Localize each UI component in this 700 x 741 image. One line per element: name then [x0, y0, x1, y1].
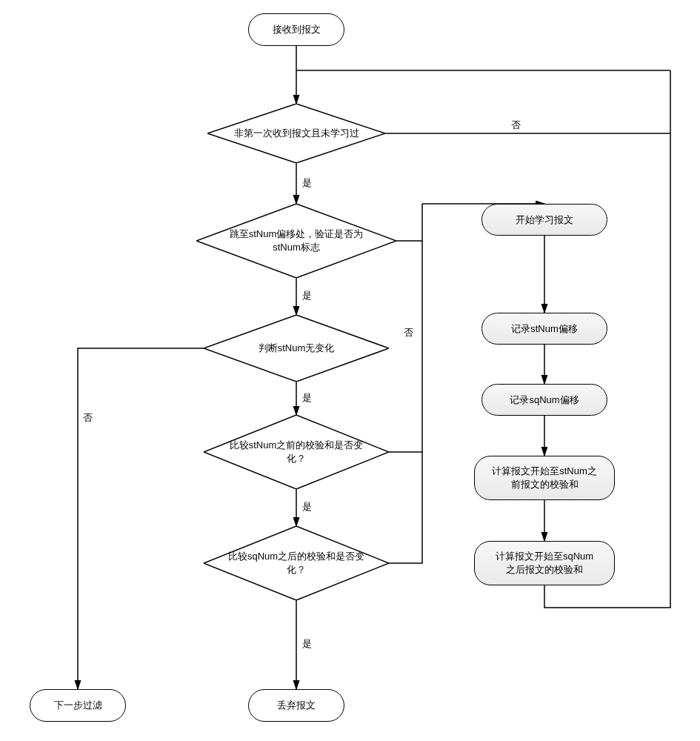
p2-label: 记录stNum偏移 — [511, 322, 578, 336]
d5-label: 比较sqNum之后的校验和是否变 化？ — [228, 550, 364, 576]
endDrop-label: 丢弃报文 — [277, 699, 316, 712]
p3-label: 记录sqNum偏移 — [510, 393, 579, 407]
decision-stnum-offset: 跳至stNum偏移处，验证是否为 stNum标志 — [196, 204, 396, 278]
p1-label: 开始学习报文 — [516, 213, 573, 227]
process-record-sqnum-offset: 记录sqNum偏移 — [481, 384, 607, 416]
d1-label: 非第一次收到报文且未学习过 — [234, 127, 359, 140]
process-start-learning: 开始学习报文 — [481, 204, 607, 236]
d3-no-label: 否 — [83, 411, 93, 425]
decision-checksum-after: 比较sqNum之后的校验和是否变 化？ — [204, 526, 389, 600]
process-record-stnum-offset: 记录stNum偏移 — [481, 313, 607, 345]
d4-yes-label: 是 — [302, 500, 312, 514]
d4-label: 比较stNum之前的校验和是否变 化？ — [230, 439, 364, 465]
p4-label: 计算报文开始至stNum之 前报文的校验和 — [492, 465, 597, 491]
flowchart-canvas: 接收到报文 非第一次收到报文且未学习过 跳至stNum偏移处，验证是否为 stN… — [0, 0, 700, 741]
d2-no-label: 否 — [404, 326, 413, 339]
p5-label: 计算报文开始至sqNum 之后报文的校验和 — [496, 550, 593, 576]
d3-yes-label: 是 — [302, 391, 312, 405]
process-calc-checksum-after: 计算报文开始至sqNum 之后报文的校验和 — [474, 541, 615, 585]
end-next-filter: 下一步过滤 — [30, 689, 126, 722]
start-label: 接收到报文 — [273, 23, 321, 36]
decision-checksum-before: 比较stNum之前的校验和是否变 化？ — [204, 415, 389, 489]
end-drop: 丢弃报文 — [248, 689, 344, 722]
endNext-label: 下一步过滤 — [54, 699, 102, 712]
d3-label: 判断stNum无变化 — [259, 342, 335, 355]
decision-stnum-unchanged: 判断stNum无变化 — [204, 315, 389, 382]
d2-label: 跳至stNum偏移处，验证是否为 stNum标志 — [230, 227, 364, 253]
d5-yes-label: 是 — [302, 637, 312, 651]
process-calc-checksum-before: 计算报文开始至stNum之 前报文的校验和 — [474, 456, 615, 500]
d1-yes-label: 是 — [302, 176, 312, 190]
d1-no-label: 否 — [511, 119, 521, 132]
decision-not-first-unlearned: 非第一次收到报文且未学习过 — [207, 104, 385, 163]
start-node: 接收到报文 — [248, 13, 344, 46]
d2-yes-label: 是 — [302, 289, 312, 302]
